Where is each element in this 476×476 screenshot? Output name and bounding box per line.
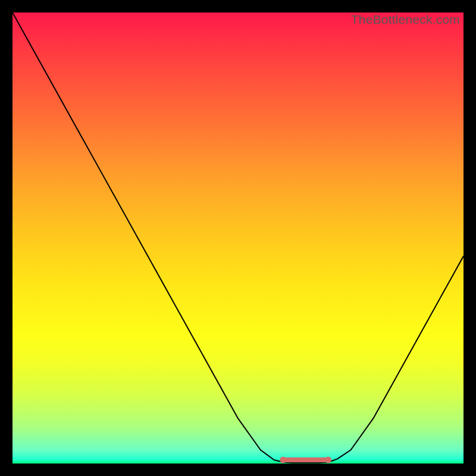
curve-overlay bbox=[12, 12, 464, 464]
optimal-zone-endpoint bbox=[325, 457, 331, 464]
plot-area: TheBottleneck.com bbox=[12, 12, 464, 464]
optimal-zone-endpoint bbox=[280, 457, 286, 464]
bottleneck-curve-path bbox=[12, 12, 464, 462]
chart-frame: TheBottleneck.com bbox=[0, 0, 476, 476]
